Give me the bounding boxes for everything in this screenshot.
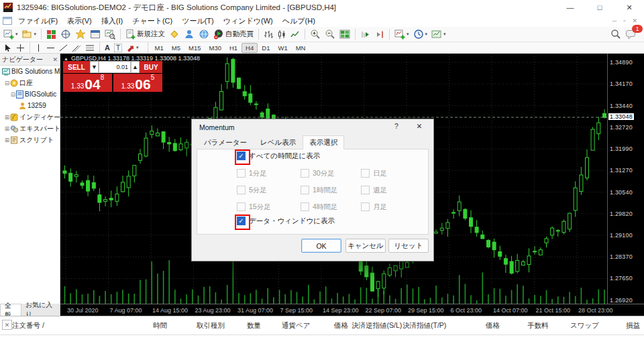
column-take-profit[interactable]: 決済指値(T/P) [402,321,446,330]
mdi-close-icon[interactable]: ✕ [632,17,637,24]
dialog-close-button[interactable]: ✕ [413,122,425,130]
checkbox-all-timeframes-label[interactable]: すべての時間足に表示 [249,152,320,161]
checkbox-m1[interactable] [237,169,246,178]
time-axis[interactable]: 30 Jul 20207 Aug 07:0014 Aug 15:0023 Aug… [60,304,644,316]
chart-shift-button[interactable] [372,27,386,41]
web-button[interactable] [197,27,211,41]
timeframe-m30-button[interactable]: M30 [205,43,225,53]
menu-chart[interactable]: チャート(C) [127,15,177,27]
search-button[interactable] [608,27,623,41]
menu-insert[interactable]: 挿入(I) [97,15,127,27]
timeframe-h4-button[interactable]: H4 [241,43,258,53]
tab-parameters[interactable]: パラメーター [197,135,254,149]
timeframe-m5-button[interactable]: M5 [168,43,184,53]
timeframe-mn-button[interactable]: MN [292,43,310,53]
menu-help[interactable]: ヘルプ(H) [278,15,320,27]
metaeditor-button[interactable] [167,27,182,41]
column-commission[interactable]: 手数料 [527,321,549,330]
checkbox-m5[interactable] [237,186,246,194]
zoom-in-button[interactable] [308,27,323,41]
timeframe-d1-button[interactable]: D1 [258,43,274,53]
nav-item-broker-server[interactable]: BIG Solutions MT· [0,66,60,77]
volume-dropdown-icon[interactable]: ▼ [90,61,99,73]
collapse-icon[interactable]: ⊟ [10,91,16,98]
crosshair-tool-button[interactable] [14,41,27,54]
timeframe-h1-button[interactable]: H1 [225,43,241,53]
autotrading-button[interactable]: 自動売買 [211,27,256,41]
horizontal-line-tool-button[interactable] [44,41,57,54]
buy-price-button[interactable]: 1.33 06 5 [113,74,162,92]
checkbox-h4[interactable] [301,202,309,211]
fibonacci-tool-button[interactable] [83,41,97,54]
buy-button[interactable]: BUY [140,61,162,73]
one-click-toggle-icon[interactable]: ▲ [64,56,68,61]
nav-item-accounts[interactable]: ⊟ 口座 [0,77,60,88]
column-price-current[interactable]: 価格 [486,321,500,330]
checkbox-w1[interactable] [361,186,370,194]
candle-chart-button[interactable] [275,27,288,41]
auto-scroll-button[interactable] [358,27,372,41]
zoom-out-button[interactable] [323,27,337,41]
text-label-tool-button[interactable]: T [112,41,124,54]
community-button[interactable] [182,27,197,41]
close-button[interactable]: ✕ [614,0,644,15]
checkbox-h1[interactable] [301,186,309,194]
column-stop-loss[interactable]: 決済逆指値(S/L) [352,321,402,330]
arrows-tool-button[interactable]: ▾ [124,41,141,54]
strategy-tester-button[interactable] [103,27,117,41]
price-axis[interactable]: 1.348901.341701.334401.327201.319901.312… [607,54,644,304]
tab-favorites[interactable]: お気に入り [21,304,60,316]
checkbox-data-window-label[interactable]: データ・ウィンドウに表示 [249,217,335,226]
tile-windows-button[interactable] [337,27,352,41]
sell-price-button[interactable]: 1.33 04 8 [63,74,112,92]
timeframe-m1-button[interactable]: M1 [151,43,168,53]
tab-levels[interactable]: レベル表示 [254,135,303,149]
timeframe-w1-button[interactable]: W1 [274,43,291,53]
nav-item-account-login[interactable]: 13259 [0,100,60,111]
line-chart-button[interactable] [288,27,302,41]
indicators-button[interactable]: ▾ [392,27,411,41]
trendline-tool-button[interactable] [57,41,70,54]
timeframe-m15-button[interactable]: M15 [184,43,205,53]
periods-button[interactable]: ▾ [411,27,430,41]
menu-window[interactable]: ウィンドウ(W) [219,15,278,27]
column-order-type[interactable]: 取引種別 [197,321,225,330]
nav-item-scripts[interactable]: ⊞ スクリプト [0,134,60,145]
sell-button[interactable]: SELL [63,61,90,73]
tab-general[interactable]: 全般 [0,304,21,316]
checkbox-m15[interactable] [237,202,246,211]
reset-button[interactable]: リセット [388,239,429,253]
mdi-restore-icon[interactable]: ▫ [623,17,625,24]
column-order-number[interactable]: 注文番号 / [12,321,44,330]
nav-item-account-server[interactable]: ⊟ BIGSolutic [0,88,60,100]
menu-file[interactable]: ファイル(F) [13,15,62,27]
checkbox-m30[interactable] [301,169,309,178]
profiles-button[interactable]: ▾ [20,27,39,41]
minimize-button[interactable]: — [555,0,585,15]
checkbox-d1[interactable] [361,169,370,178]
maximize-button[interactable]: □ [585,0,614,15]
notifications-button[interactable]: 1 [623,27,639,41]
text-tool-button[interactable]: A [103,41,112,54]
navigator-close-icon[interactable]: ✕ [52,56,58,63]
data-window-button[interactable] [58,27,73,41]
vertical-line-tool-button[interactable] [33,41,44,54]
menu-view[interactable]: 表示(V) [62,15,97,27]
expand-icon[interactable]: ⊞ [4,137,10,143]
bar-chart-button[interactable] [262,27,275,41]
terminal-close-icon[interactable]: ✕ [2,320,12,330]
channel-tool-button[interactable] [70,41,83,54]
volume-up-icon[interactable]: ▲ [131,61,140,73]
tab-visualization[interactable]: 表示選択 [303,135,344,149]
column-symbol[interactable]: 通貨ペア [282,321,311,330]
market-watch-button[interactable] [44,27,58,41]
column-volume[interactable]: 数量 [247,321,261,330]
new-order-button[interactable]: 新規注文 [123,27,167,41]
menu-tools[interactable]: ツール(T) [177,15,219,27]
column-swap[interactable]: スワップ [570,321,599,330]
cancel-button[interactable]: キャンセル [345,239,386,253]
column-profit[interactable]: 損益 [626,321,640,330]
volume-input[interactable]: 0.01 [99,61,131,73]
mdi-minimize-icon[interactable]: ─ [612,17,616,24]
nav-item-expert-advisors[interactable]: ⊞ エキスパートアド [0,123,60,134]
